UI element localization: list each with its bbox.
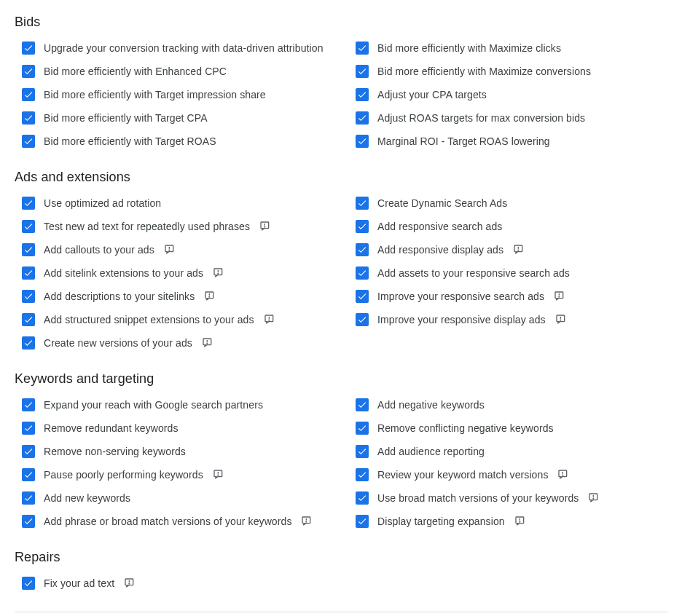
svg-point-8 bbox=[218, 273, 219, 274]
checkbox-remove-redundant-keywords[interactable] bbox=[22, 422, 35, 435]
recommendation-item-bid-more-efficiently-with-target-cpa: Bid more efficiently with Target CPA bbox=[15, 110, 334, 126]
recommendation-label: Remove conflicting negative keywords bbox=[377, 422, 554, 434]
recommendation-item-adjust-your-cpa-targets: Adjust your CPA targets bbox=[348, 87, 667, 103]
recommendation-item-bid-more-efficiently-with-target-roas: Bid more efficiently with Target ROAS bbox=[15, 133, 334, 149]
checkbox-review-your-keyword-match-versions[interactable] bbox=[356, 468, 369, 481]
announcement-icon[interactable] bbox=[212, 469, 225, 481]
checkbox-pause-poorly-performing-keywords[interactable] bbox=[22, 468, 35, 481]
recommendation-item-create-dynamic-search-ads: Create Dynamic Search Ads bbox=[348, 195, 667, 211]
recommendation-label: Create Dynamic Search Ads bbox=[377, 197, 507, 209]
checkbox-bid-more-efficiently-with-enhanced-cpc[interactable] bbox=[22, 65, 35, 78]
checkbox-remove-conflicting-negative-keywords[interactable] bbox=[356, 422, 369, 435]
checkbox-add-assets-to-your-responsive-search-ads[interactable] bbox=[356, 266, 369, 280]
checkbox-marginal-roi-target-roas-lowering[interactable] bbox=[356, 135, 369, 148]
recommendation-label: Add new keywords bbox=[44, 492, 130, 504]
checkbox-add-new-keywords[interactable] bbox=[22, 491, 35, 505]
svg-point-32 bbox=[306, 521, 307, 522]
recommendation-item-add-assets-to-your-responsive-search-ads: Add assets to your responsive search ads bbox=[348, 265, 667, 281]
recommendation-item-upgrade-your-conversion-tracking-with-data-driven-attribution: Upgrade your conversion tracking with da… bbox=[15, 40, 334, 56]
recommendation-label: Improve your responsive search ads bbox=[377, 291, 544, 302]
checkbox-add-descriptions-to-your-sitelinks[interactable] bbox=[22, 290, 35, 303]
recommendation-label: Add phrase or broad match versions of yo… bbox=[44, 516, 291, 527]
checkbox-use-optimized-ad-rotation[interactable] bbox=[22, 197, 35, 210]
checkbox-add-structured-snippet-extensions-to-your-ads[interactable] bbox=[22, 313, 35, 326]
recommendation-item-add-callouts-to-your-ads: Add callouts to your ads bbox=[15, 242, 334, 258]
checkbox-display-targeting-expansion[interactable] bbox=[356, 515, 369, 528]
svg-point-14 bbox=[268, 320, 269, 320]
checkbox-remove-non-serving-keywords[interactable] bbox=[22, 445, 35, 458]
checkbox-upgrade-your-conversion-tracking-with-data-driven-attribution[interactable] bbox=[22, 42, 35, 55]
recommendation-label: Add responsive search ads bbox=[377, 221, 502, 232]
announcement-icon[interactable] bbox=[123, 577, 136, 589]
announcement-icon[interactable] bbox=[553, 291, 566, 302]
announcement-icon[interactable] bbox=[554, 314, 568, 325]
column-left: Fix your ad text bbox=[15, 575, 334, 591]
checkbox-add-phrase-or-broad-match-versions-of-your-keywords[interactable] bbox=[22, 515, 35, 528]
checkbox-improve-your-responsive-display-ads[interactable] bbox=[356, 313, 369, 326]
checkbox-test-new-ad-text-for-repeatedly-used-phrases[interactable] bbox=[22, 220, 35, 233]
checkbox-create-dynamic-search-ads[interactable] bbox=[356, 197, 369, 210]
recommendation-item-remove-redundant-keywords: Remove redundant keywords bbox=[15, 420, 334, 436]
checkbox-add-responsive-display-ads[interactable] bbox=[356, 243, 369, 256]
announcement-icon[interactable] bbox=[259, 221, 272, 232]
section-title-repairs: Repairs bbox=[15, 550, 667, 565]
checkbox-bid-more-efficiently-with-target-impression-share[interactable] bbox=[22, 88, 35, 101]
recommendation-item-improve-your-responsive-search-ads: Improve your responsive search ads bbox=[348, 288, 667, 304]
announcement-icon[interactable] bbox=[512, 244, 525, 256]
announcement-icon[interactable] bbox=[263, 314, 276, 325]
svg-point-26 bbox=[560, 320, 561, 320]
announcement-icon[interactable] bbox=[163, 244, 176, 256]
section-keywords-and-targeting: Keywords and targetingExpand your reach … bbox=[15, 371, 667, 529]
checkbox-expand-your-reach-with-google-search-partners[interactable] bbox=[22, 398, 35, 411]
recommendation-label: Use broad match versions of your keyword… bbox=[377, 492, 579, 504]
checkbox-adjust-roas-targets-for-max-conversion-bids[interactable] bbox=[356, 111, 369, 125]
recommendation-item-create-new-versions-of-your-ads: Create new versions of your ads bbox=[15, 335, 334, 351]
column-left: Expand your reach with Google search par… bbox=[15, 397, 334, 529]
checkbox-bid-more-efficiently-with-target-roas[interactable] bbox=[22, 135, 35, 148]
recommendation-item-review-your-keyword-match-versions: Review your keyword match versions bbox=[348, 467, 667, 483]
announcement-icon[interactable] bbox=[201, 337, 214, 349]
checkbox-use-broad-match-versions-of-your-keywords[interactable] bbox=[356, 491, 369, 505]
checkbox-add-responsive-search-ads[interactable] bbox=[356, 220, 369, 233]
checkbox-improve-your-responsive-search-ads[interactable] bbox=[356, 290, 369, 303]
checkbox-add-negative-keywords[interactable] bbox=[356, 398, 369, 411]
recommendation-label: Bid more efficiently with Target CPA bbox=[44, 112, 208, 124]
column-left: Upgrade your conversion tracking with da… bbox=[15, 40, 334, 149]
svg-point-20 bbox=[518, 250, 519, 250]
recommendation-item-use-optimized-ad-rotation: Use optimized ad rotation bbox=[15, 195, 334, 211]
checkbox-add-callouts-to-your-ads[interactable] bbox=[22, 243, 35, 256]
column-right: Create Dynamic Search AdsAdd responsive … bbox=[348, 195, 667, 351]
svg-point-17 bbox=[207, 343, 208, 344]
recommendation-label: Add structured snippet extensions to you… bbox=[44, 314, 254, 325]
announcement-icon[interactable] bbox=[557, 469, 570, 481]
announcement-icon[interactable] bbox=[587, 492, 600, 504]
svg-point-23 bbox=[559, 296, 560, 297]
svg-point-38 bbox=[593, 498, 594, 499]
svg-point-35 bbox=[563, 475, 563, 475]
checkbox-bid-more-efficiently-with-maximize-conversions[interactable] bbox=[356, 65, 369, 78]
announcement-icon[interactable] bbox=[203, 291, 216, 302]
recommendation-label: Fix your ad text bbox=[44, 577, 114, 589]
recommendation-label: Adjust your CPA targets bbox=[377, 89, 487, 100]
recommendation-item-bid-more-efficiently-with-enhanced-cpc: Bid more efficiently with Enhanced CPC bbox=[15, 63, 334, 79]
recommendation-item-bid-more-efficiently-with-target-impression-share: Bid more efficiently with Target impress… bbox=[15, 87, 334, 103]
checkbox-add-audience-reporting[interactable] bbox=[356, 445, 369, 458]
recommendation-label: Bid more efficiently with Maximize conve… bbox=[377, 66, 591, 77]
recommendation-item-add-descriptions-to-your-sitelinks: Add descriptions to your sitelinks bbox=[15, 288, 334, 304]
checkbox-add-sitelink-extensions-to-your-ads[interactable] bbox=[22, 266, 35, 280]
checkbox-create-new-versions-of-your-ads[interactable] bbox=[22, 336, 35, 350]
recommendation-label: Pause poorly performing keywords bbox=[44, 469, 203, 481]
recommendation-label: Add responsive display ads bbox=[377, 244, 503, 256]
announcement-icon[interactable] bbox=[212, 267, 225, 279]
checkbox-bid-more-efficiently-with-target-cpa[interactable] bbox=[22, 111, 35, 125]
announcement-icon[interactable] bbox=[514, 516, 527, 527]
announcement-icon[interactable] bbox=[300, 516, 313, 527]
checkbox-bid-more-efficiently-with-maximize-clicks[interactable] bbox=[356, 42, 369, 55]
recommendation-item-expand-your-reach-with-google-search-partners: Expand your reach with Google search par… bbox=[15, 397, 334, 413]
recommendation-item-add-phrase-or-broad-match-versions-of-your-keywords: Add phrase or broad match versions of yo… bbox=[15, 513, 334, 529]
checkbox-adjust-your-cpa-targets[interactable] bbox=[356, 88, 369, 101]
checkbox-fix-your-ad-text[interactable] bbox=[22, 577, 35, 590]
recommendation-label: Add assets to your responsive search ads bbox=[377, 267, 570, 279]
recommendation-item-add-structured-snippet-extensions-to-your-ads: Add structured snippet extensions to you… bbox=[15, 312, 334, 328]
recommendation-item-improve-your-responsive-display-ads: Improve your responsive display ads bbox=[348, 312, 667, 328]
